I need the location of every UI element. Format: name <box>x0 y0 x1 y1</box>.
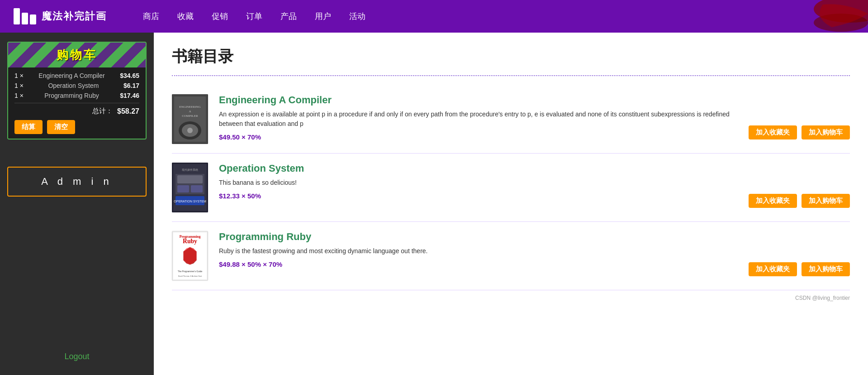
svg-rect-14 <box>177 175 203 183</box>
cart-item-name-0: Engineering A Compiler <box>38 72 104 79</box>
book-actions-1: 加入收藏夹 加入购物车 <box>749 194 850 212</box>
svg-text:A: A <box>189 110 191 113</box>
book-cover-1: 现代操作系统 OPERATION SYSTEM <box>172 163 208 212</box>
nav-users[interactable]: 用户 <box>315 11 331 22</box>
footer-note: CSDN @living_frontier <box>172 290 850 306</box>
book-desc-2: Ruby is the fastest growing and most exc… <box>219 246 738 256</box>
book-desc-1: This banana is so delicious! <box>219 178 738 188</box>
cart-total-label: 总计： <box>92 107 113 115</box>
logo: 魔法补完計画 <box>14 8 107 24</box>
nav-promo[interactable]: 促销 <box>212 11 228 22</box>
cart-item-name-1: Operation System <box>48 82 99 89</box>
svg-rect-16 <box>191 185 203 192</box>
book-price-1: $12.33 × 50% <box>219 192 738 200</box>
book-actions-2: 加入收藏夹 加入购物车 <box>749 262 850 281</box>
nav-products[interactable]: 产品 <box>280 11 297 22</box>
add-cart-button-1[interactable]: 加入购物车 <box>802 194 850 208</box>
nav-shop[interactable]: 商店 <box>143 11 159 22</box>
cart-body: 1 × Engineering A Compiler $34.65 1 × Op… <box>8 67 146 139</box>
cart-item-price-2: $17.46 <box>120 92 139 99</box>
cart-item-price-1: $6.17 <box>123 82 139 89</box>
collect-button-0[interactable]: 加入收藏夹 <box>749 125 797 139</box>
nav-links: 商店 收藏 促销 订单 产品 用户 活动 <box>143 11 365 22</box>
cart-item-name-2: Programming Ruby <box>44 92 99 99</box>
book-title-2: Programming Ruby <box>219 231 738 243</box>
cart-box: 购物车 1 × Engineering A Compiler $34.65 1 … <box>7 42 147 139</box>
book-item-2: Programming Ruby The Programmer's Guide … <box>172 222 850 290</box>
cart-item-qty-0: 1 × <box>14 72 24 79</box>
svg-text:ENGINEERING: ENGINEERING <box>179 105 200 109</box>
cart-title: 购物车 <box>57 47 97 63</box>
book-item-0: ENGINEERING A COMPILER Engineering A Com… <box>172 85 850 154</box>
logo-text: 魔法补完計画 <box>42 10 107 23</box>
cart-total-amount: $58.27 <box>117 107 139 115</box>
logout-link[interactable]: Logout <box>64 352 89 366</box>
book-cover-2: Programming Ruby The Programmer's Guide … <box>172 231 208 281</box>
sidebar: 购物车 1 × Engineering A Compiler $34.65 1 … <box>0 33 154 375</box>
book-info-0: Engineering A Compiler An expression e i… <box>219 94 738 144</box>
cart-item-qty-2: 1 × <box>14 92 24 99</box>
collect-button-1[interactable]: 加入收藏夹 <box>749 194 797 208</box>
book-price-0: $49.50 × 70% <box>219 133 738 141</box>
main-content: 书籍目录 ENGINEERING A COMPILER Engineering … <box>154 33 868 375</box>
admin-label: A d m i n <box>41 176 113 187</box>
cart-item-qty-1: 1 × <box>14 82 24 89</box>
svg-text:The Programmer's Guide: The Programmer's Guide <box>178 270 203 273</box>
svg-rect-19 <box>175 206 204 210</box>
book-price-2: $49.88 × 50% × 70% <box>219 260 738 268</box>
svg-text:COMPILER: COMPILER <box>182 114 198 118</box>
book-cover-0: ENGINEERING A COMPILER <box>172 94 208 144</box>
book-title-1: Operation System <box>219 163 738 174</box>
book-item-1: 现代操作系统 OPERATION SYSTEM Operation System… <box>172 154 850 222</box>
book-info-2: Programming Ruby Ruby is the fastest gro… <box>219 231 738 281</box>
book-desc-0: An expression e is available at point p … <box>219 110 738 129</box>
clear-button[interactable]: 清空 <box>47 120 75 134</box>
svg-text:David Thomas ✦ Andrew Hunt: David Thomas ✦ Andrew Hunt <box>178 275 202 277</box>
book-info-1: Operation System This banana is so delic… <box>219 163 738 212</box>
top-navigation: 魔法补完計画 商店 收藏 促销 订单 产品 用户 活动 <box>0 0 868 33</box>
nav-collect[interactable]: 收藏 <box>177 11 194 22</box>
nav-orders[interactable]: 订单 <box>246 11 262 22</box>
cart-item-2: 1 × Programming Ruby $17.46 <box>14 92 139 99</box>
cart-item-price-0: $34.65 <box>120 72 139 79</box>
page-title: 书籍目录 <box>172 46 850 67</box>
svg-text:现代操作系统: 现代操作系统 <box>182 168 198 171</box>
svg-text:OPERATION SYSTEM: OPERATION SYSTEM <box>174 200 206 203</box>
cart-header: 购物车 <box>8 43 146 67</box>
svg-text:Ruby: Ruby <box>183 238 197 245</box>
logo-icon <box>14 8 36 24</box>
cart-item-1: 1 × Operation System $6.17 <box>14 82 139 89</box>
main-layout: 购物车 1 × Engineering A Compiler $34.65 1 … <box>0 33 868 375</box>
section-divider <box>172 75 850 76</box>
collect-button-2[interactable]: 加入收藏夹 <box>749 262 797 276</box>
svg-point-9 <box>187 128 193 133</box>
admin-box: A d m i n <box>7 167 147 197</box>
book-actions-0: 加入收藏夹 加入购物车 <box>749 125 850 144</box>
nav-events[interactable]: 活动 <box>349 11 365 22</box>
book-title-0: Engineering A Compiler <box>219 94 738 106</box>
add-cart-button-2[interactable]: 加入购物车 <box>802 262 850 276</box>
cart-item-0: 1 × Engineering A Compiler $34.65 <box>14 72 139 79</box>
checkout-button[interactable]: 结算 <box>14 120 43 134</box>
cart-actions: 结算 清空 <box>14 120 139 134</box>
svg-rect-15 <box>177 185 189 192</box>
cart-total: 总计： $58.27 <box>14 103 139 115</box>
nav-decoration <box>778 0 868 33</box>
add-cart-button-0[interactable]: 加入购物车 <box>802 125 850 139</box>
